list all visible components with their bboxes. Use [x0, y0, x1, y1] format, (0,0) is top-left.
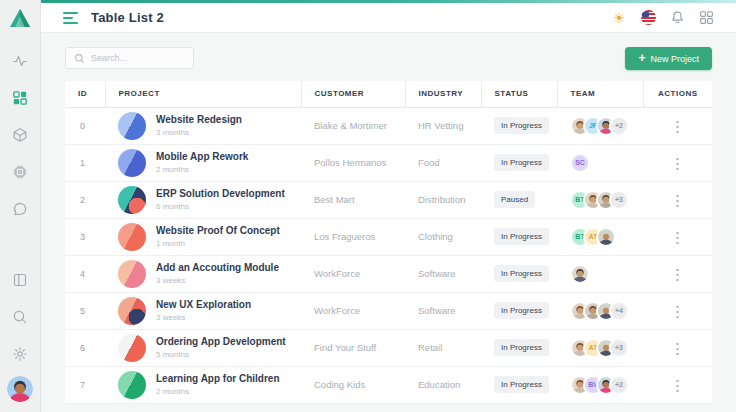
column-header-industry: INDUSTRY [405, 81, 481, 107]
plus-icon: + [638, 52, 645, 64]
search-input[interactable] [91, 53, 183, 63]
row-id: 1 [65, 144, 105, 181]
project-duration: 3 weeks [156, 313, 251, 322]
project-cell: New UX Exploration 3 weeks [118, 297, 301, 325]
column-header-project: PROJECT [105, 81, 301, 107]
pages-layout-icon[interactable] [12, 272, 28, 288]
row-actions-kebab-icon[interactable] [672, 117, 683, 138]
customer-cell: Blake & Mortimer [301, 107, 405, 144]
notifications-bell-icon[interactable] [669, 10, 685, 26]
menu-toggle-icon[interactable] [63, 12, 78, 24]
project-cell: Mobile App Rework 2 months [118, 149, 301, 177]
project-cell: Learning App for Children 2 months [118, 371, 301, 399]
project-icon [118, 260, 146, 288]
project-name: Mobile App Rework [156, 151, 248, 163]
team-avatar-initials: SC [570, 153, 590, 173]
table-row[interactable]: 5 New UX Exploration 3 weeks WorkForceSo… [65, 292, 712, 329]
search-icon [74, 53, 85, 64]
customer-cell: Los Fragueros [301, 218, 405, 255]
team-avatar-more: +4 [609, 301, 629, 321]
row-actions-kebab-icon[interactable] [672, 339, 683, 360]
row-id: 6 [65, 329, 105, 366]
row-actions-kebab-icon[interactable] [672, 154, 683, 175]
chat-bubble-icon[interactable] [12, 201, 28, 217]
toolbar: + New Project [65, 47, 712, 70]
main-area: Table List 2 ☀ + New Project [41, 0, 736, 412]
table-row[interactable]: 6 Ordering App Development 5 months Find… [65, 329, 712, 366]
team-avatars [570, 264, 643, 284]
apps-grid-icon[interactable] [698, 10, 714, 26]
project-icon [118, 112, 146, 140]
status-badge: In Progress [494, 376, 549, 393]
team-avatar-more: +3 [609, 338, 629, 358]
sidebar [0, 0, 41, 412]
project-name: ERP Solution Development [156, 188, 285, 200]
column-header-status: STATUS [481, 81, 557, 107]
projects-table-card: IDPROJECTCUSTOMERINDUSTRYSTATUSTEAMACTIO… [65, 81, 712, 404]
project-name: Learning App for Children [156, 373, 280, 385]
projects-table: IDPROJECTCUSTOMERINDUSTRYSTATUSTEAMACTIO… [65, 81, 712, 404]
project-cell: Website Proof Of Concept 1 month [118, 223, 301, 251]
project-duration: 3 months [156, 128, 242, 137]
page-title: Table List 2 [91, 10, 164, 25]
project-icon [118, 297, 146, 325]
status-badge: Paused [494, 191, 535, 208]
team-avatar-photo [570, 264, 590, 284]
language-flag-icon[interactable] [640, 10, 656, 26]
dashboard-grid-icon[interactable] [12, 90, 28, 106]
project-cell: Website Redesign 3 months [118, 112, 301, 140]
project-cell: Ordering App Development 5 months [118, 334, 301, 362]
status-badge: In Progress [494, 117, 549, 134]
industry-cell: Education [405, 366, 481, 403]
industry-cell: Food [405, 144, 481, 181]
team-avatar-photo [596, 227, 616, 247]
status-badge: In Progress [494, 154, 549, 171]
row-id: 4 [65, 255, 105, 292]
theme-sun-icon[interactable]: ☀ [611, 10, 627, 26]
column-header-team: TEAM [557, 81, 643, 107]
table-row[interactable]: 3 Website Proof Of Concept 1 month Los F… [65, 218, 712, 255]
table-row[interactable]: 4 Add an Accouting Module 3 weeks WorkFo… [65, 255, 712, 292]
team-avatars: +4 [570, 301, 643, 321]
activity-icon[interactable] [12, 53, 28, 69]
column-header-id: ID [65, 81, 105, 107]
row-actions-kebab-icon[interactable] [672, 376, 683, 397]
team-avatar-more: +2 [609, 375, 629, 395]
search-box[interactable] [65, 47, 194, 69]
package-icon[interactable] [12, 127, 28, 143]
table-row[interactable]: 2 ERP Solution Development 6 months Best… [65, 181, 712, 218]
industry-cell: Clothing [405, 218, 481, 255]
project-icon [118, 223, 146, 251]
team-avatar-more: +2 [609, 116, 629, 136]
table-row[interactable]: 7 Learning App for Children 2 months Cod… [65, 366, 712, 403]
table-row[interactable]: 1 Mobile App Rework 2 months Pollos Herm… [65, 144, 712, 181]
project-icon [118, 371, 146, 399]
chip-icon[interactable] [12, 164, 28, 180]
row-actions-kebab-icon[interactable] [672, 228, 683, 249]
project-duration: 1 month [156, 239, 280, 248]
header: Table List 2 ☀ [41, 3, 736, 33]
search-sidebar-icon[interactable] [12, 309, 28, 325]
new-project-button[interactable]: + New Project [625, 47, 712, 70]
team-avatars: BV +2 [570, 375, 643, 395]
project-name: Add an Accouting Module [156, 262, 279, 274]
row-actions-kebab-icon[interactable] [672, 302, 683, 323]
project-duration: 2 months [156, 165, 248, 174]
column-header-customer: CUSTOMER [301, 81, 405, 107]
user-avatar[interactable] [7, 376, 33, 402]
project-icon [118, 186, 146, 214]
industry-cell: Software [405, 255, 481, 292]
settings-gear-icon[interactable] [12, 346, 28, 362]
status-badge: In Progress [494, 265, 549, 282]
customer-cell: Find Your Stuff [301, 329, 405, 366]
project-name: Ordering App Development [156, 336, 286, 348]
row-actions-kebab-icon[interactable] [672, 265, 683, 286]
row-actions-kebab-icon[interactable] [672, 191, 683, 212]
customer-cell: WorkForce [301, 292, 405, 329]
project-duration: 6 months [156, 202, 285, 211]
table-head-row: IDPROJECTCUSTOMERINDUSTRYSTATUSTEAMACTIO… [65, 81, 712, 107]
table-row[interactable]: 0 Website Redesign 3 months Blake & Mort… [65, 107, 712, 144]
team-avatars: BTAT [570, 227, 643, 247]
app-logo-icon[interactable] [9, 8, 31, 32]
project-name: New UX Exploration [156, 299, 251, 311]
